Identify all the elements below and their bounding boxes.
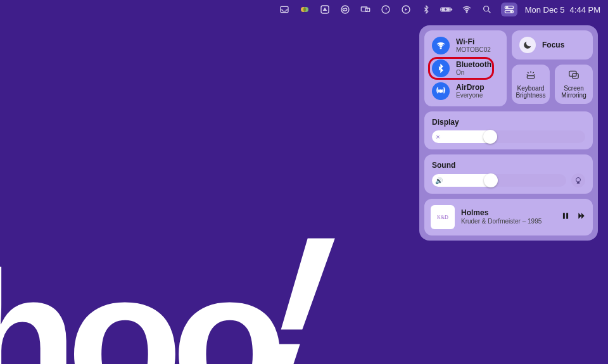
bluetooth-menubar-icon[interactable] xyxy=(420,3,433,16)
svg-rect-25 xyxy=(566,213,568,218)
airdrop-toggle[interactable]: AirDrop Everyone xyxy=(432,82,499,100)
sun-low-icon: ☀ xyxy=(435,134,441,141)
airdrop-label: AirDrop xyxy=(456,84,484,92)
svg-point-15 xyxy=(506,6,508,8)
bluetooth-icon xyxy=(432,60,450,77)
cloud-sync-icon[interactable] xyxy=(319,3,331,16)
screen-mirroring-button[interactable]: Screen Mirroring xyxy=(555,65,593,104)
menubar-date: Mon Dec 5 xyxy=(525,5,565,15)
menubar-clock[interactable]: Mon Dec 5 4:44 PM xyxy=(525,5,600,15)
wifi-menubar-icon[interactable] xyxy=(460,3,473,16)
pause-button[interactable] xyxy=(561,211,570,223)
control-center-panel: Wi-Fi MOTOBC02 Bluetooth On A xyxy=(419,25,598,241)
screen-mirroring-icon xyxy=(567,70,580,82)
now-playing-tile[interactable]: K&D Holmes Kruder & Dorfmeister – 1995 xyxy=(424,199,593,235)
menubar-time: 4:44 PM xyxy=(570,5,600,15)
svg-point-19 xyxy=(440,90,442,92)
sound-heading: Sound xyxy=(432,161,585,170)
control-center-menubar-icon[interactable] xyxy=(501,3,517,16)
svg-point-13 xyxy=(483,6,488,11)
next-track-button[interactable] xyxy=(576,211,586,223)
focus-toggle[interactable]: Focus xyxy=(512,30,593,60)
focus-label: Focus xyxy=(542,41,564,49)
bluetooth-label: Bluetooth xyxy=(456,61,491,69)
svg-point-18 xyxy=(440,47,441,49)
svg-point-2 xyxy=(303,7,308,12)
connectivity-tile: Wi-Fi MOTOBC02 Bluetooth On A xyxy=(424,30,507,106)
svg-rect-24 xyxy=(563,213,565,218)
display-arrangement-icon[interactable] xyxy=(359,3,372,16)
svg-rect-5 xyxy=(361,7,367,11)
keyboard-brightness-label: Keyboard Brightness xyxy=(514,85,547,99)
keyboard-brightness-icon xyxy=(524,70,537,82)
wifi-label: Wi-Fi xyxy=(456,38,491,46)
svg-rect-10 xyxy=(451,9,452,11)
svg-point-17 xyxy=(510,11,512,13)
sound-volume-slider[interactable]: 🔊 xyxy=(432,174,566,187)
track-artist: Kruder & Dorfmeister – 1995 xyxy=(461,218,555,225)
menu-bar: Mon Dec 5 4:44 PM xyxy=(0,0,608,19)
wallpaper-logo-fragment: hoo! xyxy=(0,244,328,364)
album-art: K&D xyxy=(431,205,455,229)
display-heading: Display xyxy=(432,118,585,127)
battery-icon[interactable] xyxy=(440,3,453,16)
creative-cloud-icon[interactable] xyxy=(339,3,352,16)
track-title: Holmes xyxy=(461,209,555,218)
media-playing-icon[interactable] xyxy=(400,3,412,16)
svg-rect-20 xyxy=(527,76,534,78)
bluetooth-status: On xyxy=(456,69,491,76)
sound-tile: Sound 🔊 xyxy=(424,154,593,194)
wifi-icon xyxy=(432,37,450,54)
app-icon-1[interactable] xyxy=(298,3,311,16)
moon-icon xyxy=(519,37,536,53)
bluetooth-toggle[interactable]: Bluetooth On xyxy=(432,60,499,77)
speaker-icon: 🔊 xyxy=(435,177,443,184)
mail-tray-icon[interactable] xyxy=(278,3,291,16)
svg-point-12 xyxy=(466,11,467,13)
display-tile: Display ☀ xyxy=(424,111,593,149)
airdrop-visibility: Everyone xyxy=(456,92,484,99)
wifi-toggle[interactable]: Wi-Fi MOTOBC02 xyxy=(432,37,499,54)
airdrop-icon xyxy=(432,82,450,100)
screen-mirroring-label: Screen Mirroring xyxy=(557,85,590,99)
spotlight-icon[interactable] xyxy=(481,3,493,16)
app-icon-2[interactable] xyxy=(379,3,392,16)
wifi-network: MOTOBC02 xyxy=(456,46,491,53)
keyboard-brightness-button[interactable]: Keyboard Brightness xyxy=(512,65,550,104)
sound-output-button[interactable] xyxy=(571,173,585,187)
display-brightness-slider[interactable]: ☀ xyxy=(432,130,585,143)
